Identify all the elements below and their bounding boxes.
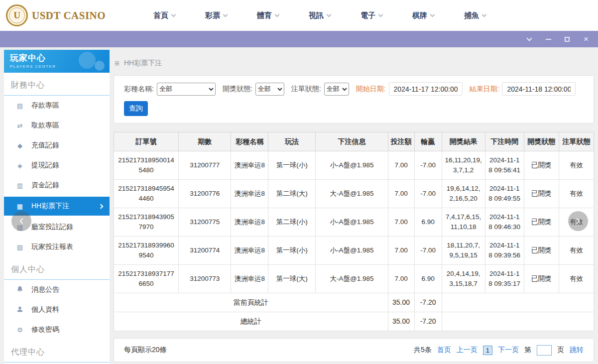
site-logo[interactable]: U USDT CASINO	[6, 4, 124, 26]
table-cell: 7.00	[388, 180, 414, 208]
main-menu: 首頁 彩票 體育 視訊 電子 棋牌 捕魚	[138, 11, 501, 20]
summary-label: 當前頁統計	[114, 293, 388, 312]
end-date-input[interactable]	[502, 82, 576, 96]
deposit-card-icon: ▤	[16, 103, 24, 109]
report-icon: ▨	[16, 244, 24, 250]
table-cell: -7.00	[414, 237, 442, 265]
table-cell: 2152173189500145480	[114, 151, 179, 180]
column-header: 注單狀態	[559, 132, 594, 151]
user-icon	[16, 306, 24, 314]
cashout-icon: ◈	[16, 162, 24, 169]
nav-item-cards[interactable]: 棋牌	[397, 11, 449, 20]
table-cell: 31200777	[179, 151, 231, 180]
sidebar-item-change-password[interactable]: ⚙ 修改密碼	[4, 320, 110, 340]
current-page-number[interactable]: 1	[483, 346, 492, 355]
column-header: 下注時間	[485, 132, 524, 151]
carousel-prev-button[interactable]: ‹	[11, 211, 31, 231]
sidebar-item-recharge-records[interactable]: ◆ 充值記錄	[4, 135, 110, 155]
maximize-window-button[interactable]	[563, 35, 571, 43]
table-cell: 已開獎	[524, 180, 559, 208]
nav-item-slots[interactable]: 電子	[346, 11, 397, 20]
table-cell: 20,4,14,19,3,15,18,7	[442, 265, 485, 293]
table-cell: 有效	[559, 180, 594, 208]
table-cell: 澳洲幸运8	[231, 237, 268, 265]
table-cell: 19,6,14,12,2,16,5,20	[442, 180, 485, 208]
sidebar: 玩家中心 PLAYERS CENTER 財務中心 ▤ 存款專區 ⇄ 取款專區 ◆…	[4, 50, 110, 364]
table-cell: 7.00	[388, 208, 414, 237]
table-cell: 2152173189439057970	[114, 208, 179, 237]
column-header: 輸贏	[414, 132, 442, 151]
end-date-label: 結束日期:	[470, 85, 499, 94]
hamburger-icon[interactable]: ≡	[115, 59, 120, 68]
column-header: 玩法	[268, 132, 316, 151]
table-cell: 6.90	[414, 265, 442, 293]
table-cell: 2024-11-18 09:49:55	[485, 180, 524, 208]
table-cell: 7,4,17,6,15,11,10,18	[442, 208, 485, 237]
withdraw-icon: ⇄	[16, 122, 24, 129]
decorative-chip-icon	[95, 61, 105, 71]
prev-page-link[interactable]: 上一页	[457, 346, 478, 355]
search-button[interactable]: 查詢	[124, 101, 148, 116]
table-cell: 16,11,20,19,3,7,1,2	[442, 151, 485, 180]
sidebar-item-profile[interactable]: 個人資料	[4, 300, 110, 320]
chevron-down-icon	[482, 12, 487, 17]
bets-table: 訂單號 期數 彩種名稱 玩法 下注信息 投注額 輸贏 開獎結果 下注時間 開獎狀…	[114, 132, 594, 331]
summary-winloss-total: -7.20	[414, 312, 442, 331]
table-cell: 31200773	[179, 265, 231, 293]
table-cell: 有效	[559, 237, 594, 265]
nav-item-live[interactable]: 視訊	[294, 11, 346, 20]
table-cell: 2024-11-18 09:46:30	[485, 208, 524, 237]
summary-empty-cell	[442, 293, 594, 312]
jump-link[interactable]: 跳转	[570, 346, 584, 355]
summary-label: 總統計	[114, 312, 388, 331]
carousel-next-button[interactable]: ›	[568, 211, 588, 231]
bet-status-select[interactable]: 全部	[324, 83, 349, 96]
page-label-suffix: 页	[557, 346, 564, 355]
table-row: 2152173189399609540 31200774 澳洲幸运8 第一球(小…	[114, 237, 594, 265]
nav-item-lottery[interactable]: 彩票	[190, 11, 242, 20]
table-cell: 31200776	[179, 180, 231, 208]
table-cell: 第二球(小)	[268, 208, 316, 237]
page-number-input[interactable]	[537, 345, 552, 356]
bets-table-panel: 訂單號 期數 彩種名稱 玩法 下注信息 投注額 輸贏 開獎結果 下注時間 開獎狀…	[114, 132, 594, 331]
start-date-input[interactable]	[389, 82, 463, 96]
table-cell: 已開獎	[524, 151, 559, 180]
table-cell: 澳洲幸运8	[231, 180, 268, 208]
column-header: 期數	[179, 132, 231, 151]
logo-emblem-icon: U	[6, 4, 28, 26]
chevron-down-icon	[327, 12, 332, 17]
players-center-header: 玩家中心 PLAYERS CENTER	[4, 50, 110, 73]
column-header: 彩種名稱	[231, 132, 268, 151]
first-page-link[interactable]: 首页	[437, 346, 451, 355]
table-cell: 2152173189399609540	[114, 237, 179, 265]
draw-status-select[interactable]: 全部	[255, 83, 284, 96]
collapse-window-button[interactable]	[525, 35, 533, 43]
close-window-button[interactable]: ×	[582, 35, 590, 43]
table-cell: 6.90	[414, 208, 442, 237]
lottery-type-select[interactable]: 全部	[157, 83, 216, 96]
table-cell: 第二球(大)	[268, 180, 316, 208]
chevron-down-icon	[378, 12, 383, 17]
column-header: 下注信息	[316, 132, 388, 151]
table-cell: 2024-11-18 09:56:41	[485, 151, 524, 180]
sidebar-item-fund-records[interactable]: ▥ 資金記錄	[4, 175, 110, 195]
chevron-right-icon	[99, 204, 104, 209]
current-page-summary-row: 當前頁統計 35.00 -7.20	[114, 293, 594, 312]
table-row: 2152173189500145480 31200777 澳洲幸运8 第一球(小…	[114, 151, 594, 180]
total-count: 共5条	[414, 346, 432, 355]
minimize-window-button[interactable]	[544, 35, 552, 43]
column-header: 投注額	[388, 132, 414, 151]
sidebar-item-deposit[interactable]: ▤ 存款專區	[4, 96, 110, 116]
sidebar-item-cashout-records[interactable]: ◈ 提現記錄	[4, 155, 110, 175]
nav-item-sports[interactable]: 體育	[242, 11, 294, 20]
sidebar-item-messages[interactable]: 消息公告	[4, 280, 110, 300]
table-row: 2152173189439057970 31200775 澳洲幸运8 第二球(小…	[114, 208, 594, 237]
table-cell: 第一球(小)	[268, 237, 316, 265]
chevron-left-icon: ‹	[19, 213, 24, 228]
sidebar-item-player-bet-report[interactable]: ▨ 玩家投注報表	[4, 237, 110, 257]
nav-item-fishing[interactable]: 捕魚	[449, 11, 501, 20]
next-page-link[interactable]: 下一页	[498, 346, 519, 355]
nav-item-home[interactable]: 首頁	[138, 11, 190, 20]
sidebar-item-withdraw[interactable]: ⇄ 取款專區	[4, 116, 110, 135]
column-header: 訂單號	[114, 132, 179, 151]
